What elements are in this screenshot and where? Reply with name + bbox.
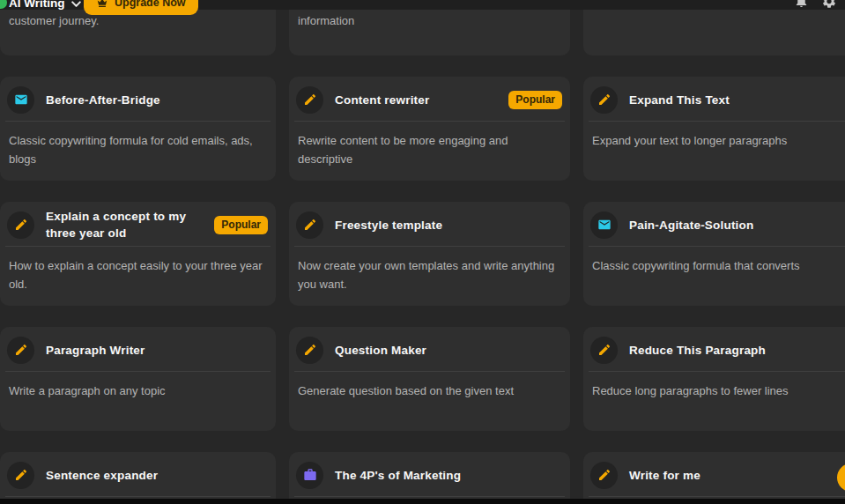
card-header: Question Maker (289, 327, 570, 371)
card-header: The 4P's of Marketing (289, 452, 570, 496)
settings-gear-icon[interactable] (821, 0, 837, 10)
card-header: Paragraph Writer (0, 327, 276, 371)
card-icon-circle (7, 337, 34, 364)
template-card[interactable]: Content rewriter Popular Rewrite content… (289, 77, 570, 181)
pencil-icon (14, 343, 28, 357)
card-icon-circle (296, 86, 323, 114)
card-title: Expand This Text (629, 92, 730, 108)
card-header: Reduce This Paragraph (583, 327, 845, 371)
card-icon-circle (590, 211, 618, 239)
card-description: Rewrite content to be more engaging and … (289, 122, 570, 179)
card-header: Sentence expander (0, 452, 276, 496)
template-card[interactable]: Write for me (583, 452, 845, 504)
pencil-icon (303, 343, 317, 357)
card-description: Write a paragraph on any topic (0, 372, 276, 411)
card-icon-circle (7, 211, 34, 239)
card-description: Classic copywriting formula for cold ema… (0, 122, 276, 179)
card-header: Expand This Text (583, 77, 845, 121)
card-title: Sentence expander (46, 467, 158, 484)
template-grid: customer journey. information Before-Aft… (0, 0, 845, 504)
template-card[interactable]: Expand This Text Expand your text to lon… (583, 77, 845, 181)
card-header: Pain-Agitate-Solution (583, 202, 845, 246)
card-icon-circle (7, 86, 34, 114)
card-title: Write for me (629, 467, 700, 484)
card-header: Before-After-Bridge (0, 77, 276, 121)
template-card[interactable]: Explain a concept to my three year old P… (0, 202, 276, 306)
card-icon-circle (590, 86, 618, 114)
card-header: Explain a concept to my three year old P… (0, 202, 276, 246)
pencil-icon (597, 468, 612, 482)
pencil-icon (303, 93, 317, 107)
card-title: Pain-Agitate-Solution (629, 217, 753, 233)
card-header: Freestyle template (289, 202, 570, 246)
pencil-icon (597, 343, 612, 357)
card-header: Write for me (583, 452, 845, 496)
card-icon-circle (590, 337, 618, 364)
card-title: Freestyle template (335, 217, 442, 233)
app-switcher-dropdown[interactable]: AI Writing (9, 0, 81, 10)
card-title: Content rewriter (335, 92, 429, 108)
template-card[interactable]: The 4P's of Marketing (289, 452, 570, 504)
template-card[interactable]: Reduce This Paragraph Reduce long paragr… (583, 327, 845, 431)
card-description: How to explain a concept easily to your … (0, 247, 276, 304)
notifications-bell-icon[interactable] (794, 0, 809, 10)
card-icon-circle (296, 337, 323, 364)
upgrade-button[interactable]: Upgrade Now (84, 0, 198, 15)
bottom-edge (0, 499, 845, 504)
card-description: Generate question based on the given tex… (289, 372, 570, 411)
card-title: Question Maker (335, 342, 426, 359)
chevron-down-icon (71, 1, 81, 8)
pencil-icon (14, 468, 28, 482)
app-title: AI Writing (9, 0, 65, 10)
card-icon-circle (296, 462, 323, 489)
card-icon-circle (7, 462, 34, 489)
topbar-icons (794, 0, 837, 10)
card-title: The 4P's of Marketing (335, 467, 461, 484)
briefcase-icon (303, 468, 317, 482)
template-card[interactable]: Sentence expander (0, 452, 276, 504)
app-root: customer journey. information Before-Aft… (0, 0, 845, 504)
card-icon-circle (590, 462, 618, 489)
pencil-icon (14, 218, 28, 232)
pencil-icon (303, 218, 317, 232)
card-header: Content rewriter Popular (289, 77, 570, 121)
card-description: Reduce long paragraphs to fewer lines (583, 372, 845, 411)
envelope-icon (597, 218, 612, 232)
card-description: Now create your own templates and write … (289, 247, 570, 304)
popular-badge: Popular (508, 91, 562, 109)
card-icon-circle (296, 211, 323, 239)
card-description: Expand your text to longer paragraphs (583, 122, 845, 161)
envelope-icon (14, 93, 28, 107)
card-title: Before-After-Bridge (46, 92, 160, 108)
upgrade-label: Upgrade Now (115, 0, 186, 9)
crown-icon (96, 0, 108, 9)
card-title: Paragraph Writer (46, 342, 145, 359)
card-title: Reduce This Paragraph (629, 342, 766, 359)
popular-badge: Popular (214, 216, 268, 234)
template-card[interactable]: Before-After-Bridge Classic copywriting … (0, 77, 276, 181)
template-card[interactable]: Paragraph Writer Write a paragraph on an… (0, 327, 276, 431)
pencil-icon (597, 93, 612, 107)
template-card[interactable]: Question Maker Generate question based o… (289, 327, 570, 431)
card-description: Classic copywriting formula that convert… (583, 247, 845, 286)
template-card[interactable]: Pain-Agitate-Solution Classic copywritin… (583, 202, 845, 306)
template-card[interactable]: Freestyle template Now create your own t… (289, 202, 570, 306)
card-title: Explain a concept to my three year old (46, 208, 203, 241)
